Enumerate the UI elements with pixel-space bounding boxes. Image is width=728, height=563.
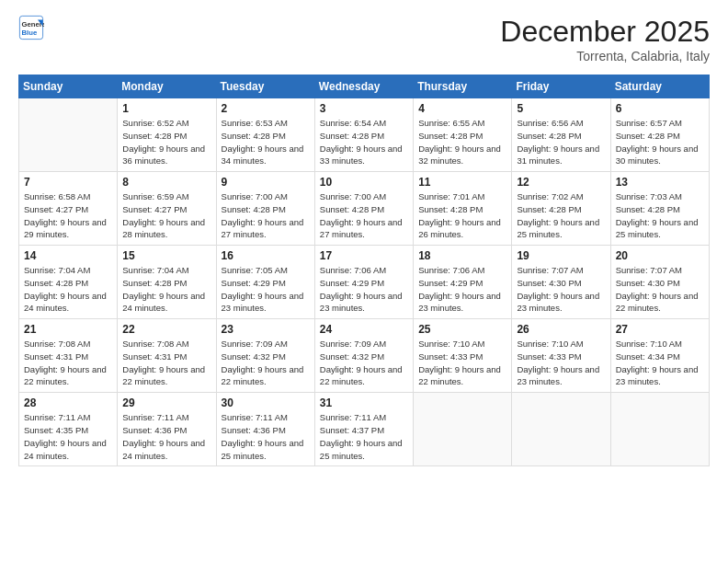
calendar-cell: 3Sunrise: 6:54 AMSunset: 4:28 PMDaylight… [314,98,413,172]
calendar-cell: 17Sunrise: 7:06 AMSunset: 4:29 PMDayligh… [314,246,413,319]
calendar-header-row: SundayMondayTuesdayWednesdayThursdayFrid… [19,75,710,98]
day-info: Sunrise: 6:55 AMSunset: 4:28 PMDaylight:… [418,117,506,167]
day-number: 9 [222,176,310,189]
calendar-cell: 19Sunrise: 7:07 AMSunset: 4:30 PMDayligh… [512,246,610,319]
calendar-cell: 21Sunrise: 7:08 AMSunset: 4:31 PMDayligh… [19,319,118,393]
calendar-header-thursday: Thursday [414,75,512,98]
day-number: 19 [517,249,605,262]
day-info: Sunrise: 6:57 AMSunset: 4:28 PMDaylight:… [616,117,704,167]
calendar-cell: 26Sunrise: 7:10 AMSunset: 4:33 PMDayligh… [512,319,610,393]
day-number: 12 [517,176,605,189]
day-info: Sunrise: 7:07 AMSunset: 4:30 PMDaylight:… [517,264,605,315]
calendar-week-4: 21Sunrise: 7:08 AMSunset: 4:31 PMDayligh… [19,319,710,393]
calendar-cell: 8Sunrise: 6:59 AMSunset: 4:27 PMDaylight… [118,172,216,246]
calendar-cell: 7Sunrise: 6:58 AMSunset: 4:27 PMDaylight… [19,172,118,246]
day-info: Sunrise: 7:11 AMSunset: 4:36 PMDaylight:… [122,411,210,462]
day-number: 21 [24,323,112,336]
logo-icon: General Blue [18,15,44,40]
day-number: 26 [517,323,605,336]
day-info: Sunrise: 7:10 AMSunset: 4:33 PMDaylight:… [418,338,506,388]
location: Torrenta, Calabria, Italy [500,49,710,63]
day-info: Sunrise: 7:11 AMSunset: 4:36 PMDaylight:… [222,411,310,462]
day-number: 23 [222,323,310,336]
day-info: Sunrise: 7:11 AMSunset: 4:35 PMDaylight:… [24,411,112,462]
day-number: 31 [320,396,408,409]
day-info: Sunrise: 7:00 AMSunset: 4:28 PMDaylight:… [320,190,408,241]
calendar-header-sunday: Sunday [19,75,118,98]
title-block: December 2025 Torrenta, Calabria, Italy [500,15,710,63]
day-info: Sunrise: 6:59 AMSunset: 4:27 PMDaylight:… [122,190,210,241]
calendar-cell: 27Sunrise: 7:10 AMSunset: 4:34 PMDayligh… [610,319,709,393]
page-container: General Blue December 2025 Torrenta, Cal… [0,0,728,476]
day-info: Sunrise: 6:54 AMSunset: 4:28 PMDaylight:… [320,117,408,167]
day-number: 24 [320,323,408,336]
calendar-cell: 9Sunrise: 7:00 AMSunset: 4:28 PMDaylight… [216,172,314,246]
calendar-header-monday: Monday [118,75,216,98]
day-info: Sunrise: 7:09 AMSunset: 4:32 PMDaylight:… [320,338,408,388]
calendar-cell [610,393,709,466]
calendar-header-wednesday: Wednesday [314,75,413,98]
calendar-cell: 13Sunrise: 7:03 AMSunset: 4:28 PMDayligh… [610,172,709,246]
day-info: Sunrise: 7:10 AMSunset: 4:33 PMDaylight:… [517,338,605,388]
day-info: Sunrise: 6:58 AMSunset: 4:27 PMDaylight:… [24,190,112,241]
day-info: Sunrise: 7:10 AMSunset: 4:34 PMDaylight:… [616,338,704,388]
calendar-week-3: 14Sunrise: 7:04 AMSunset: 4:28 PMDayligh… [19,246,710,319]
day-info: Sunrise: 7:08 AMSunset: 4:31 PMDaylight:… [122,338,210,388]
day-number: 22 [122,323,210,336]
calendar-cell: 31Sunrise: 7:11 AMSunset: 4:37 PMDayligh… [314,393,413,466]
calendar-cell: 16Sunrise: 7:05 AMSunset: 4:29 PMDayligh… [216,246,314,319]
day-info: Sunrise: 7:04 AMSunset: 4:28 PMDaylight:… [24,264,112,315]
calendar-cell [414,393,512,466]
calendar-cell: 12Sunrise: 7:02 AMSunset: 4:28 PMDayligh… [512,172,610,246]
day-number: 16 [222,249,310,262]
day-info: Sunrise: 7:08 AMSunset: 4:31 PMDaylight:… [24,338,112,388]
calendar-cell [19,98,118,172]
day-info: Sunrise: 7:09 AMSunset: 4:32 PMDaylight:… [222,338,310,388]
month-title: December 2025 [500,15,710,49]
calendar-cell: 2Sunrise: 6:53 AMSunset: 4:28 PMDaylight… [216,98,314,172]
day-info: Sunrise: 7:06 AMSunset: 4:29 PMDaylight:… [320,264,408,315]
day-info: Sunrise: 7:00 AMSunset: 4:28 PMDaylight:… [222,190,310,241]
header: General Blue December 2025 Torrenta, Cal… [18,15,710,63]
day-number: 13 [616,176,704,189]
day-info: Sunrise: 6:53 AMSunset: 4:28 PMDaylight:… [222,117,310,167]
day-number: 8 [122,176,210,189]
calendar-cell: 29Sunrise: 7:11 AMSunset: 4:36 PMDayligh… [118,393,216,466]
day-info: Sunrise: 7:04 AMSunset: 4:28 PMDaylight:… [122,264,210,315]
calendar-cell: 1Sunrise: 6:52 AMSunset: 4:28 PMDaylight… [118,98,216,172]
day-info: Sunrise: 7:06 AMSunset: 4:29 PMDaylight:… [418,264,506,315]
calendar-cell: 18Sunrise: 7:06 AMSunset: 4:29 PMDayligh… [414,246,512,319]
calendar-week-1: 1Sunrise: 6:52 AMSunset: 4:28 PMDaylight… [19,98,710,172]
svg-text:Blue: Blue [22,29,38,37]
day-info: Sunrise: 7:05 AMSunset: 4:29 PMDaylight:… [222,264,310,315]
day-number: 14 [24,249,112,262]
day-number: 30 [222,396,310,409]
calendar-cell [512,393,610,466]
calendar-cell: 6Sunrise: 6:57 AMSunset: 4:28 PMDaylight… [610,98,709,172]
day-info: Sunrise: 6:56 AMSunset: 4:28 PMDaylight:… [517,117,605,167]
day-number: 7 [24,176,112,189]
day-number: 27 [616,323,704,336]
day-number: 29 [122,396,210,409]
calendar-cell: 28Sunrise: 7:11 AMSunset: 4:35 PMDayligh… [19,393,118,466]
day-number: 6 [616,102,704,115]
calendar-week-5: 28Sunrise: 7:11 AMSunset: 4:35 PMDayligh… [19,393,710,466]
calendar-table: SundayMondayTuesdayWednesdayThursdayFrid… [18,75,710,466]
calendar-cell: 22Sunrise: 7:08 AMSunset: 4:31 PMDayligh… [118,319,216,393]
day-number: 28 [24,396,112,409]
day-number: 2 [222,102,310,115]
day-info: Sunrise: 7:07 AMSunset: 4:30 PMDaylight:… [616,264,704,315]
day-number: 3 [320,102,408,115]
calendar-cell: 5Sunrise: 6:56 AMSunset: 4:28 PMDaylight… [512,98,610,172]
calendar-header-tuesday: Tuesday [216,75,314,98]
day-info: Sunrise: 7:02 AMSunset: 4:28 PMDaylight:… [517,190,605,241]
day-number: 5 [517,102,605,115]
day-number: 20 [616,249,704,262]
calendar-week-2: 7Sunrise: 6:58 AMSunset: 4:27 PMDaylight… [19,172,710,246]
calendar-cell: 25Sunrise: 7:10 AMSunset: 4:33 PMDayligh… [414,319,512,393]
day-number: 10 [320,176,408,189]
calendar-header-friday: Friday [512,75,610,98]
day-number: 25 [418,323,506,336]
calendar-header-saturday: Saturday [610,75,709,98]
calendar-cell: 10Sunrise: 7:00 AMSunset: 4:28 PMDayligh… [314,172,413,246]
